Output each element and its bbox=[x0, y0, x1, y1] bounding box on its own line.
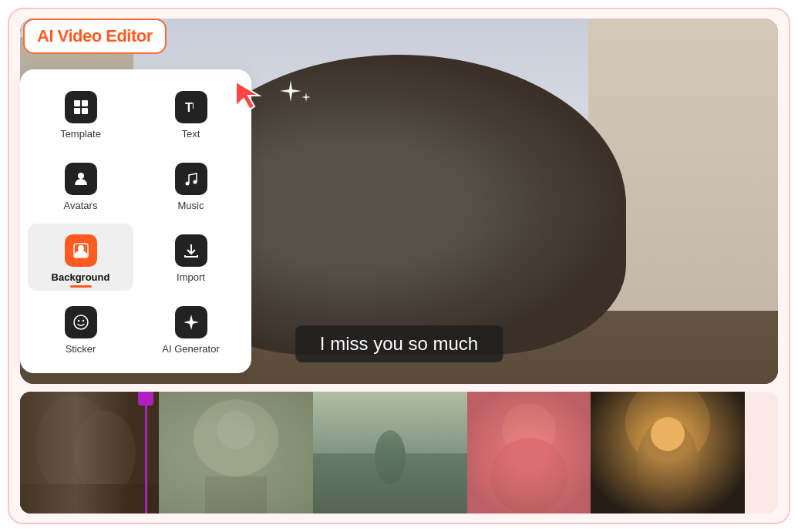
svg-point-14 bbox=[82, 320, 83, 322]
timeline-playhead[interactable] bbox=[145, 392, 147, 513]
svg-point-32 bbox=[625, 392, 710, 465]
sidebar-item-sticker[interactable]: Sticker bbox=[28, 295, 133, 362]
svg-point-26 bbox=[375, 430, 406, 484]
text-label: Text bbox=[182, 128, 200, 140]
svg-rect-21 bbox=[205, 476, 267, 513]
playhead-marker bbox=[138, 392, 153, 406]
svg-point-12 bbox=[74, 315, 88, 329]
svg-point-13 bbox=[77, 320, 79, 322]
sidebar-item-avatars[interactable]: Avatars bbox=[28, 152, 133, 219]
sidebar-item-template[interactable]: Template bbox=[28, 80, 133, 147]
timeline-clip-4[interactable] bbox=[467, 392, 591, 513]
svg-rect-23 bbox=[313, 392, 467, 513]
background-icon bbox=[65, 234, 97, 267]
svg-rect-19 bbox=[159, 392, 313, 513]
svg-rect-31 bbox=[591, 392, 745, 513]
sticker-icon bbox=[65, 306, 97, 338]
import-icon bbox=[175, 234, 207, 267]
svg-rect-15 bbox=[20, 392, 159, 513]
music-label: Music bbox=[178, 200, 204, 211]
svg-point-20 bbox=[194, 399, 278, 476]
svg-point-7 bbox=[78, 173, 84, 179]
svg-rect-3 bbox=[74, 108, 80, 114]
svg-text:I: I bbox=[192, 102, 194, 110]
timeline-clip-3[interactable] bbox=[313, 392, 467, 513]
svg-rect-25 bbox=[313, 453, 467, 513]
timeline-clip-2[interactable] bbox=[159, 392, 313, 513]
template-label: Template bbox=[60, 128, 101, 140]
svg-point-33 bbox=[637, 419, 699, 511]
cursor-pointer bbox=[233, 79, 264, 113]
app-container: AI Video Editor Template bbox=[8, 8, 790, 524]
sidebar-item-ai-generator[interactable]: AI Generator bbox=[138, 295, 244, 362]
svg-rect-1 bbox=[74, 100, 80, 106]
svg-point-8 bbox=[185, 182, 189, 186]
sidebar-item-background[interactable]: Background bbox=[28, 224, 133, 291]
svg-point-9 bbox=[193, 180, 197, 184]
timeline-clip-5[interactable] bbox=[591, 392, 745, 513]
sticker-label: Sticker bbox=[66, 343, 96, 355]
ai-generator-icon bbox=[175, 306, 207, 338]
app-title: AI Video Editor bbox=[23, 19, 167, 54]
svg-point-22 bbox=[217, 411, 255, 450]
text-icon: T I bbox=[175, 91, 207, 123]
sparkles bbox=[275, 79, 318, 124]
sidebar-panel: Template T I Text Avatars bbox=[20, 69, 251, 373]
active-indicator bbox=[70, 285, 92, 288]
timeline-clip-1[interactable] bbox=[20, 392, 159, 513]
svg-rect-2 bbox=[82, 100, 88, 106]
svg-point-28 bbox=[502, 403, 556, 457]
svg-point-34 bbox=[651, 417, 685, 451]
svg-point-10 bbox=[78, 245, 84, 251]
svg-rect-4 bbox=[82, 108, 88, 114]
sidebar-item-music[interactable]: Music bbox=[138, 152, 244, 219]
music-icon bbox=[175, 163, 207, 195]
timeline-area bbox=[20, 392, 778, 513]
svg-rect-30 bbox=[467, 392, 591, 513]
avatars-label: Avatars bbox=[64, 200, 98, 211]
ai-generator-label: AI Generator bbox=[162, 343, 219, 355]
svg-point-17 bbox=[74, 411, 136, 496]
sidebar-item-text[interactable]: T I Text bbox=[138, 80, 244, 147]
avatars-icon bbox=[65, 163, 97, 195]
svg-rect-18 bbox=[20, 484, 159, 513]
svg-rect-24 bbox=[313, 392, 467, 453]
timeline-clips bbox=[20, 392, 778, 513]
background-label: Background bbox=[52, 271, 110, 283]
svg-point-29 bbox=[490, 438, 567, 513]
subtitle-bar: I miss you so much bbox=[295, 325, 503, 362]
svg-marker-0 bbox=[236, 82, 259, 109]
sidebar-item-import[interactable]: Import bbox=[138, 224, 244, 291]
svg-point-16 bbox=[35, 396, 113, 496]
svg-rect-27 bbox=[467, 392, 591, 513]
import-label: Import bbox=[177, 271, 205, 283]
template-icon bbox=[65, 91, 97, 123]
